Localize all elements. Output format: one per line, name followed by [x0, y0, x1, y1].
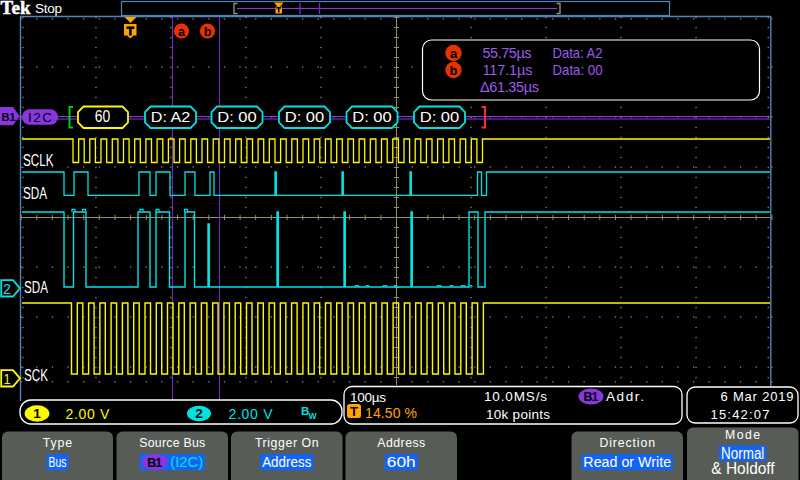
- svg-text:T: T: [350, 404, 358, 419]
- svg-text:B1: B1: [147, 456, 162, 470]
- svg-text:55.75µs: 55.75µs: [483, 45, 532, 61]
- svg-text:1: 1: [33, 406, 41, 421]
- svg-text:Type: Type: [43, 436, 72, 450]
- svg-text:(I2C): (I2C): [170, 453, 203, 470]
- svg-text:SDA: SDA: [24, 279, 48, 296]
- svg-text:Source Bus: Source Bus: [139, 436, 205, 450]
- svg-text:Read or Write: Read or Write: [583, 453, 671, 470]
- svg-text:SCK: SCK: [24, 367, 48, 384]
- svg-text:60: 60: [95, 108, 111, 125]
- svg-text:Mode: Mode: [725, 428, 760, 442]
- svg-text:SDA: SDA: [23, 185, 47, 202]
- svg-text:Direction: Direction: [600, 436, 656, 450]
- svg-text:6 Mar 2019: 6 Mar 2019: [721, 389, 794, 404]
- svg-text:D: 00: D: 00: [217, 108, 257, 125]
- svg-text:Address: Address: [377, 436, 425, 450]
- svg-text:10k points: 10k points: [486, 407, 550, 422]
- svg-text:b: b: [204, 25, 212, 39]
- svg-text:Data: A2: Data: A2: [553, 45, 603, 61]
- svg-text:15:42:07: 15:42:07: [711, 407, 770, 422]
- svg-text:Address: Address: [262, 453, 311, 470]
- svg-text:117.1µs: 117.1µs: [483, 62, 533, 78]
- svg-text:SCLK: SCLK: [23, 152, 54, 169]
- svg-text:100µs: 100µs: [350, 390, 386, 405]
- svg-text:Stop: Stop: [35, 1, 62, 16]
- svg-text:2: 2: [3, 280, 11, 297]
- svg-text:Trigger On: Trigger On: [255, 436, 319, 450]
- svg-text:2.00 V: 2.00 V: [229, 406, 274, 422]
- svg-text:Data: 00: Data: 00: [553, 62, 603, 78]
- svg-text:a: a: [178, 25, 186, 39]
- svg-text:14.50 %: 14.50 %: [365, 405, 417, 421]
- svg-text:D: A2: D: A2: [151, 108, 191, 125]
- svg-text:B1: B1: [2, 111, 16, 123]
- svg-text:b: b: [450, 63, 458, 78]
- svg-text:B1: B1: [584, 390, 599, 404]
- svg-text:I2C: I2C: [28, 110, 52, 125]
- svg-text:Addr.: Addr.: [606, 389, 644, 404]
- svg-text:Δ61.35µs: Δ61.35µs: [480, 79, 539, 95]
- svg-text:D: 00: D: 00: [285, 108, 325, 125]
- svg-text:Tek: Tek: [1, 0, 31, 18]
- svg-text:10.0MS/s: 10.0MS/s: [484, 389, 547, 404]
- svg-text:D: 00: D: 00: [352, 108, 392, 125]
- svg-text:& Holdoff: & Holdoff: [711, 460, 775, 477]
- svg-text:Bus: Bus: [49, 453, 67, 470]
- svg-text:1: 1: [4, 370, 11, 387]
- svg-text:60h: 60h: [387, 453, 416, 470]
- svg-text:D: 00: D: 00: [420, 108, 460, 125]
- svg-text:a: a: [450, 46, 458, 61]
- svg-text:2.00 V: 2.00 V: [65, 406, 110, 422]
- svg-text:W: W: [309, 411, 318, 421]
- svg-text:2: 2: [195, 406, 203, 421]
